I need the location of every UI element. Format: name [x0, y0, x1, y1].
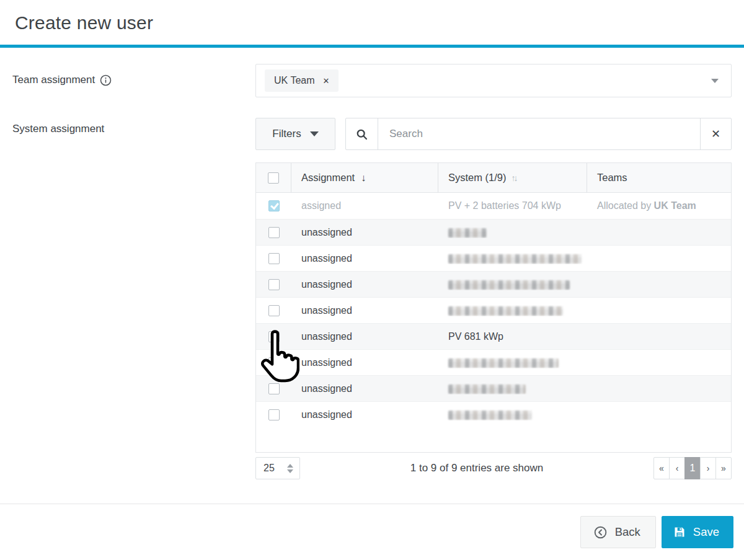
row-checkbox-cell — [256, 279, 291, 290]
redacted-system-name — [448, 254, 582, 264]
info-icon[interactable] — [100, 74, 112, 86]
assignment-cell: assigned — [291, 200, 438, 211]
system-cell — [438, 383, 587, 394]
row-checkbox[interactable] — [268, 305, 280, 316]
redacted-system-name — [448, 384, 526, 394]
table-header-assignment[interactable]: Assignment ↓ — [291, 163, 438, 192]
system-cell — [438, 357, 587, 368]
redacted-system-name — [448, 228, 487, 238]
stepper-icon — [287, 464, 293, 473]
systems-table: Assignment ↓ System (1/9) ↑↓ Teams assig… — [255, 162, 732, 453]
prev-page-button[interactable]: ‹ — [669, 457, 685, 479]
table-header-checkbox-cell — [256, 163, 291, 192]
create-new-user-dialog: Create new user Team assignment UK Team … — [0, 0, 744, 560]
footer-divider — [0, 504, 744, 504]
table-header-row: Assignment ↓ System (1/9) ↑↓ Teams — [256, 163, 731, 193]
system-cell — [438, 409, 587, 420]
system-cell — [438, 227, 587, 238]
row-checkbox-cell — [256, 253, 291, 264]
row-checkbox-checked[interactable] — [268, 200, 280, 211]
sort-desc-icon[interactable]: ↓ — [361, 172, 366, 184]
row-checkbox-cell — [256, 305, 291, 316]
assignment-column-label: Assignment — [301, 172, 355, 184]
step-up-icon[interactable] — [287, 464, 293, 468]
row-checkbox[interactable] — [268, 227, 280, 238]
row-checkbox-cell — [256, 227, 291, 238]
page-size-select[interactable]: 25 — [255, 457, 300, 479]
save-button-label: Save — [693, 525, 719, 539]
table-row: unassigned — [256, 297, 731, 323]
assignment-cell: unassigned — [291, 357, 438, 368]
system-assignment-label-text: System assignment — [12, 123, 104, 135]
table-row: unassigned — [256, 245, 731, 271]
team-assignment-label: Team assignment — [12, 74, 112, 86]
back-button-label: Back — [615, 525, 640, 539]
chevron-down-icon — [310, 131, 319, 136]
save-floppy-icon — [673, 526, 686, 538]
team-chip-label: UK Team — [274, 75, 315, 86]
system-cell: PV + 2 batteries 704 kWp — [438, 200, 587, 211]
row-checkbox[interactable] — [268, 279, 280, 290]
table-row: assignedPV + 2 batteries 704 kWpAllocate… — [256, 193, 731, 219]
system-column-label: System (1/9) — [448, 172, 507, 184]
search-box: ✕ — [345, 118, 732, 150]
page-title: Create new user — [15, 12, 153, 33]
back-button[interactable]: Back — [580, 516, 656, 548]
teams-column-label: Teams — [597, 172, 627, 184]
assignment-cell: unassigned — [291, 331, 438, 342]
redacted-system-name — [448, 411, 532, 420]
save-button[interactable]: Save — [662, 516, 733, 548]
assignment-cell: unassigned — [291, 253, 438, 264]
assignment-cell: unassigned — [291, 305, 438, 316]
redacted-system-name — [448, 280, 570, 290]
row-checkbox[interactable] — [268, 383, 280, 394]
row-checkbox[interactable] — [268, 409, 280, 420]
search-icon[interactable] — [346, 118, 378, 149]
first-page-button[interactable]: « — [653, 457, 670, 479]
filters-button[interactable]: Filters — [255, 118, 335, 150]
page-size-value: 25 — [264, 463, 275, 474]
filter-bar: Filters ✕ — [255, 118, 732, 150]
table-row: unassigned — [256, 219, 731, 245]
table-row: unassignedPV 681 kWp — [256, 323, 731, 349]
table-body: assignedPV + 2 batteries 704 kWpAllocate… — [256, 193, 731, 427]
sort-both-icon[interactable]: ↑↓ — [512, 173, 516, 183]
system-cell — [438, 253, 587, 264]
page-1-button[interactable]: 1 — [684, 457, 701, 479]
assignment-cell: unassigned — [291, 409, 438, 420]
footer-actions: Back Save — [580, 516, 733, 548]
clear-search-icon[interactable]: ✕ — [700, 118, 731, 149]
search-input[interactable] — [378, 118, 700, 149]
team-select[interactable]: UK Team ✕ — [255, 64, 732, 97]
select-all-checkbox[interactable] — [268, 172, 279, 184]
row-checkbox-cell — [256, 200, 291, 211]
assignment-cell: unassigned — [291, 227, 438, 238]
redacted-system-name — [448, 358, 559, 368]
row-checkbox[interactable] — [268, 331, 280, 342]
team-chip: UK Team ✕ — [265, 69, 339, 92]
row-checkbox[interactable] — [268, 357, 280, 368]
filters-button-label: Filters — [272, 128, 301, 140]
step-down-icon[interactable] — [287, 469, 293, 473]
remove-team-icon[interactable]: ✕ — [323, 77, 330, 85]
next-page-button[interactable]: › — [700, 457, 716, 479]
system-cell: PV 681 kWp — [438, 331, 587, 342]
row-checkbox[interactable] — [268, 253, 280, 264]
allocated-team-name: UK Team — [654, 200, 696, 211]
redacted-system-name — [448, 306, 563, 316]
row-checkbox-cell — [256, 383, 291, 394]
table-header-system[interactable]: System (1/9) ↑↓ — [438, 163, 587, 192]
title-accent-rule — [0, 45, 744, 48]
table-row: unassigned — [256, 375, 731, 401]
table-row: unassigned — [256, 271, 731, 297]
table-row: unassigned — [256, 349, 731, 375]
table-footer-space — [256, 427, 731, 452]
row-checkbox-cell — [256, 331, 291, 342]
pager: « ‹ 1 › » — [653, 457, 732, 479]
pagination-bar: 25 1 to 9 of 9 entries are shown « ‹ 1 ›… — [255, 457, 732, 479]
system-assignment-label: System assignment — [12, 123, 104, 135]
table-header-teams: Teams — [587, 163, 731, 192]
assignment-cell: unassigned — [291, 279, 438, 290]
chevron-down-icon[interactable] — [711, 79, 719, 83]
last-page-button[interactable]: » — [715, 457, 732, 479]
